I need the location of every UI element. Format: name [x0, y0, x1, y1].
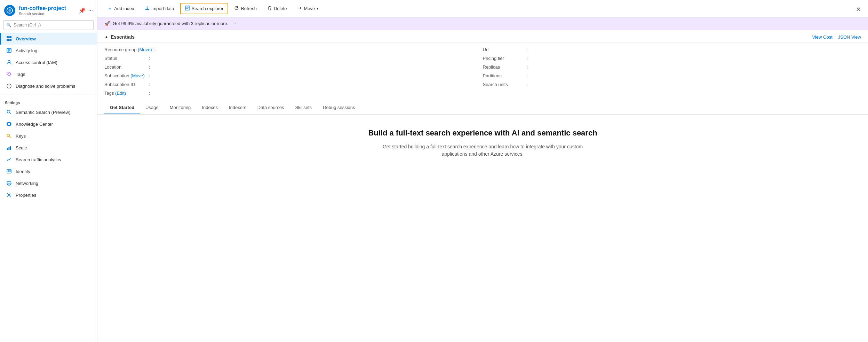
- add-index-icon: ＋: [107, 6, 112, 12]
- get-started-subtitle: Get started building a full-text search …: [379, 143, 587, 158]
- search-explorer-icon: [185, 6, 190, 11]
- tab-get-started[interactable]: Get Started: [104, 101, 140, 114]
- sidebar-item-keys-label: Keys: [16, 133, 26, 139]
- essentials-row-tags: Tags (Edit) :: [104, 91, 483, 96]
- properties-icon: [6, 192, 12, 198]
- sidebar-item-scale-label: Scale: [16, 145, 27, 150]
- banner-text: Get 99.9% availability guaranteed with 3…: [113, 21, 228, 26]
- move-chevron-icon: ▾: [317, 7, 318, 10]
- sidebar-item-access-control[interactable]: Access control (IAM): [0, 56, 97, 68]
- svg-rect-22: [9, 147, 10, 150]
- svg-point-14: [7, 110, 10, 113]
- networking-icon: [6, 180, 12, 186]
- more-icon[interactable]: ···: [88, 7, 93, 14]
- svg-point-13: [9, 87, 9, 87]
- semantic-search-icon: [6, 109, 12, 115]
- svg-rect-32: [185, 6, 189, 10]
- tags-icon: [6, 71, 12, 77]
- sidebar-item-overview-label: Overview: [16, 36, 36, 41]
- essentials-right-col: Url : Pricing tier : Replicas : Partitio…: [483, 47, 861, 96]
- sidebar-title-block: fun-coffee-project Search service: [19, 5, 75, 16]
- sidebar-item-properties[interactable]: Properties: [0, 189, 97, 201]
- import-data-button[interactable]: Import data: [140, 3, 179, 14]
- essentials-header: ▲ Essentials View Cost JSON View: [97, 30, 868, 43]
- collapse-icon[interactable]: ▲: [104, 34, 109, 39]
- tab-skillsets[interactable]: Skillsets: [289, 101, 317, 114]
- essentials-row-location: Location :: [104, 64, 483, 70]
- sidebar-item-identity-label: Identity: [16, 169, 30, 174]
- svg-point-31: [8, 194, 10, 196]
- sidebar-item-semantic-search-label: Semantic Search (Preview): [16, 110, 71, 115]
- move-button[interactable]: Move ▾: [293, 3, 323, 14]
- sidebar-item-search-traffic-label: Search traffic analytics: [16, 157, 61, 162]
- overview-icon: [6, 36, 12, 42]
- edit-tags-link[interactable]: (Edit): [115, 91, 126, 96]
- essentials-actions: View Cost JSON View: [812, 34, 861, 40]
- settings-section-label: Settings: [0, 96, 97, 106]
- add-index-button[interactable]: ＋ Add index: [103, 3, 139, 14]
- banner-arrow[interactable]: →: [232, 21, 237, 26]
- essentials-row-partitions: Partitions :: [483, 73, 861, 78]
- refresh-icon: [234, 6, 239, 11]
- essentials-row-replicas: Replicas :: [483, 64, 861, 70]
- sidebar-item-knowledge-center-label: Knowledge Center: [16, 122, 53, 127]
- essentials-row-subscription-id: Subscription ID :: [104, 82, 483, 87]
- sidebar-item-diagnose-label: Diagnose and solve problems: [16, 84, 75, 89]
- import-data-icon: [145, 6, 150, 11]
- sidebar-item-tags[interactable]: Tags: [0, 68, 97, 80]
- sidebar-item-diagnose[interactable]: Diagnose and solve problems: [0, 80, 97, 92]
- essentials-title: ▲ Essentials: [104, 34, 135, 40]
- url-key: Url: [483, 47, 525, 52]
- json-view-link[interactable]: JSON View: [838, 34, 861, 40]
- refresh-button[interactable]: Refresh: [230, 3, 261, 14]
- tab-data-sources[interactable]: Data sources: [252, 101, 290, 114]
- tab-usage[interactable]: Usage: [140, 101, 164, 114]
- sidebar-nav: Overview Activity log Access control (IA…: [0, 33, 97, 342]
- tab-monitoring[interactable]: Monitoring: [164, 101, 197, 114]
- sidebar-item-activity-log[interactable]: Activity log: [0, 45, 97, 56]
- search-input[interactable]: [3, 20, 94, 30]
- svg-line-15: [10, 113, 11, 114]
- sidebar-item-search-traffic[interactable]: Search traffic analytics: [0, 154, 97, 165]
- svg-rect-23: [10, 146, 11, 150]
- search-explorer-button[interactable]: Search explorer: [180, 3, 229, 14]
- sidebar-item-scale[interactable]: Scale: [0, 142, 97, 154]
- move-resource-link[interactable]: (Move): [138, 47, 152, 52]
- close-button[interactable]: ✕: [856, 6, 861, 13]
- svg-rect-21: [7, 148, 8, 150]
- tabs-bar: Get Started Usage Monitoring Indexes Ind…: [97, 101, 868, 115]
- sidebar-subtitle: Search service: [19, 11, 75, 16]
- svg-point-18: [7, 122, 11, 126]
- sidebar-item-semantic-search[interactable]: Semantic Search (Preview): [0, 106, 97, 118]
- sidebar-title: fun-coffee-project: [19, 5, 75, 11]
- sidebar-logo: [4, 5, 15, 16]
- search-traffic-icon: [6, 156, 12, 163]
- svg-rect-37: [268, 7, 272, 7]
- sidebar-item-networking[interactable]: Networking: [0, 177, 97, 189]
- subscription-id-key: Subscription ID: [104, 82, 146, 87]
- delete-button[interactable]: Delete: [263, 3, 292, 14]
- view-cost-link[interactable]: View Cost: [812, 34, 832, 40]
- svg-point-9: [8, 60, 10, 62]
- svg-rect-36: [269, 6, 270, 7]
- tab-debug-sessions[interactable]: Debug sessions: [317, 101, 361, 114]
- tab-indexers[interactable]: Indexers: [223, 101, 252, 114]
- tags-key: Tags (Edit): [104, 91, 146, 96]
- diagnose-icon: [6, 83, 12, 89]
- essentials-row-pricing-tier: Pricing tier :: [483, 56, 861, 61]
- keys-icon: [6, 133, 12, 139]
- tab-indexes[interactable]: Indexes: [196, 101, 223, 114]
- status-key: Status: [104, 56, 146, 61]
- search-units-key: Search units: [483, 82, 525, 87]
- sidebar-item-overview[interactable]: Overview: [0, 33, 97, 45]
- pin-icon[interactable]: 📌: [79, 7, 86, 14]
- toolbar: ＋ Add index Import data Search explorer …: [97, 0, 868, 17]
- move-subscription-link[interactable]: (Move): [130, 73, 144, 78]
- sidebar-item-knowledge-center[interactable]: Knowledge Center: [0, 118, 97, 130]
- sidebar-item-identity[interactable]: Identity: [0, 165, 97, 177]
- essentials-row-subscription: Subscription (Move) :: [104, 73, 483, 78]
- sidebar-item-keys[interactable]: Keys: [0, 130, 97, 142]
- delete-icon: [267, 6, 272, 11]
- sidebar-header-actions: 📌 ···: [79, 7, 93, 14]
- move-icon: [297, 6, 302, 11]
